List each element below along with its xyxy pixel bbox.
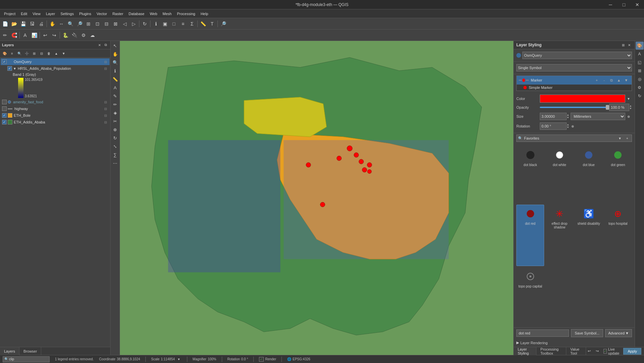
opacity-slider[interactable] bbox=[540, 107, 609, 108]
open-layer-styling-panel[interactable]: 🎨 bbox=[1, 50, 8, 57]
tool-select-features[interactable]: ↖ bbox=[111, 42, 119, 50]
tool-merge[interactable]: ⊕ bbox=[111, 125, 119, 134]
layer-checkbox-eth-bole[interactable]: ✓ bbox=[2, 113, 7, 118]
current-symbol-name[interactable] bbox=[516, 329, 569, 337]
remove-layer[interactable]: 🗑 bbox=[46, 50, 52, 57]
close-panel-button[interactable]: ✕ bbox=[627, 42, 632, 48]
select-button[interactable]: ▣ bbox=[160, 19, 169, 28]
move-layer-down[interactable]: ▼ bbox=[60, 50, 67, 57]
menu-help[interactable]: Help bbox=[198, 11, 211, 16]
symbol-cell-dot-black[interactable]: dot black bbox=[516, 146, 544, 203]
python-console-button[interactable]: 🐍 bbox=[61, 31, 70, 40]
zoom-area-button[interactable]: 🔎 bbox=[219, 19, 228, 28]
diagram-button[interactable]: 📊 bbox=[30, 31, 39, 40]
snapping-button[interactable]: 🧲 bbox=[10, 31, 18, 40]
advanced-button[interactable]: Advanced ▼ bbox=[605, 329, 632, 337]
dock-button[interactable]: ⊞ bbox=[621, 42, 626, 48]
symbol-search-input[interactable] bbox=[524, 136, 616, 140]
zoom-layer-button[interactable]: ⊡ bbox=[93, 19, 102, 28]
menu-vector[interactable]: Vector bbox=[94, 11, 110, 16]
symbol-cell-topo-hospital[interactable]: ⊕ topo hospital bbox=[604, 205, 632, 266]
layer-checkbox-fastfood[interactable] bbox=[2, 100, 7, 104]
new-project-button[interactable]: 📄 bbox=[1, 19, 9, 28]
rtab-mask[interactable]: ◎ bbox=[636, 75, 644, 83]
layers-tab[interactable]: Layers bbox=[0, 347, 19, 355]
open-attribute-table-button[interactable]: ≡ bbox=[179, 19, 187, 28]
tool-identify[interactable]: ℹ bbox=[111, 67, 119, 75]
tool-field-calc[interactable]: ∑ bbox=[111, 151, 119, 159]
zoom-full-button[interactable]: ⊞ bbox=[84, 19, 93, 28]
maximize-button[interactable]: □ bbox=[617, 0, 631, 9]
layer-expand-hrsl[interactable]: ▼ bbox=[13, 67, 16, 70]
zoom-selection-button[interactable]: ⊟ bbox=[102, 19, 111, 28]
layer-item-fastfood[interactable]: amenity_fast_food ⊟ bbox=[1, 99, 110, 105]
move-symbol-down[interactable]: ▼ bbox=[623, 77, 630, 84]
pan-map-arrow-button[interactable]: ↔ bbox=[57, 19, 66, 28]
text-annotation-button[interactable]: T bbox=[208, 19, 216, 28]
tool-pan[interactable]: ✋ bbox=[111, 50, 119, 58]
tool-split[interactable]: ✂ bbox=[111, 117, 119, 125]
menu-database[interactable]: Database bbox=[126, 11, 147, 16]
symbol-cell-dot-white[interactable]: dot white bbox=[545, 146, 573, 203]
save-project-button[interactable]: 💾 bbox=[19, 19, 27, 28]
color-dropdown[interactable]: ▼ bbox=[625, 95, 632, 103]
render-checkbox-icon[interactable]: ✓ bbox=[259, 357, 264, 362]
layer-item-eth-addis[interactable]: ✓ ETH_Addis_Ababa ⊟ bbox=[1, 119, 110, 125]
symbol-cell-shield-disability[interactable]: ♿ shield disability bbox=[575, 205, 603, 266]
layer-rendering-header[interactable]: ▶ Layer Rendering bbox=[516, 341, 632, 345]
measure-button[interactable]: 📏 bbox=[199, 19, 207, 28]
rotation-value[interactable] bbox=[540, 122, 567, 130]
menu-mesh[interactable]: Mesh bbox=[160, 11, 174, 16]
identify-button[interactable]: ℹ bbox=[151, 19, 160, 28]
redo-styling[interactable]: ↪ bbox=[594, 348, 601, 355]
filter-layers[interactable]: 🔍 bbox=[16, 50, 23, 57]
remove-symbol-layer[interactable]: - bbox=[601, 77, 607, 84]
browser-tab[interactable]: Browser bbox=[19, 347, 41, 355]
open-layer-properties[interactable]: ≡ bbox=[9, 50, 15, 57]
statusbar-search-input[interactable] bbox=[9, 357, 48, 361]
rtab-diagram[interactable]: ⊞ bbox=[636, 67, 644, 75]
menu-plugins[interactable]: Plugins bbox=[76, 11, 94, 16]
tab-layer-styling[interactable]: Layer Styling bbox=[514, 347, 536, 355]
zoom-in-button[interactable]: 🔍 bbox=[66, 19, 75, 28]
size-down[interactable]: ▼ bbox=[567, 116, 569, 119]
tool-more[interactable]: ⋯ bbox=[111, 159, 119, 167]
layer-options-fastfood[interactable]: ⊟ bbox=[103, 99, 108, 105]
menu-raster[interactable]: Raster bbox=[110, 11, 126, 16]
layer-checkbox-osmquery[interactable]: ✓ bbox=[2, 59, 7, 64]
style-type-select[interactable]: Single Symbol bbox=[516, 64, 632, 71]
layer-options-hrsl[interactable]: ⊟ bbox=[103, 66, 108, 71]
menu-processing[interactable]: Processing bbox=[174, 11, 198, 16]
size-value[interactable] bbox=[540, 113, 567, 120]
layer-item-osmquery[interactable]: ✓ OsmQuery ⊟ bbox=[1, 58, 110, 65]
symbol-search-bar[interactable]: 🔍 ▼ + bbox=[516, 135, 632, 142]
symbol-tree-marker-row[interactable]: Marker + - ⧉ ▲ ▼ bbox=[517, 76, 632, 85]
refresh-button[interactable]: ↻ bbox=[140, 19, 149, 28]
opacity-value[interactable] bbox=[609, 104, 629, 111]
label-button[interactable]: A bbox=[21, 31, 29, 40]
plugins-button[interactable]: 🔌 bbox=[70, 31, 79, 40]
size-data-defined[interactable]: ⊕ bbox=[625, 112, 632, 121]
collapse-all[interactable]: ⊟ bbox=[38, 50, 45, 57]
add-group[interactable]: ➕ bbox=[23, 50, 30, 57]
rotation-data-defined[interactable]: ⊕ bbox=[569, 122, 576, 131]
rtab-brush[interactable]: 🎨 bbox=[636, 42, 644, 50]
menu-view[interactable]: View bbox=[30, 11, 43, 16]
symbol-cell-dot-green[interactable]: dot green bbox=[604, 146, 632, 203]
duplicate-symbol-layer[interactable]: ⧉ bbox=[608, 77, 615, 84]
layer-item-hrsl[interactable]: ✓ ▼ HRSL_Addis_Ababa_Population ⊟ bbox=[1, 65, 110, 72]
layer-checkbox-hrsl[interactable]: ✓ bbox=[7, 66, 12, 71]
crs-display[interactable]: 🌐 EPSG:4326 bbox=[287, 357, 310, 361]
move-symbol-up[interactable]: ▲ bbox=[616, 77, 622, 84]
layer-select[interactable]: OsmQuery bbox=[522, 52, 632, 59]
layers-panel-close[interactable]: ✕ bbox=[97, 42, 102, 48]
tool-rotate[interactable]: ↻ bbox=[111, 134, 119, 142]
layer-options-osmquery[interactable]: ⊟ bbox=[103, 59, 108, 64]
pan-map-button[interactable]: ✋ bbox=[48, 19, 57, 28]
symbol-cell-topo-pop-capital[interactable]: topo pop capital bbox=[516, 267, 544, 325]
layer-checkbox-highway[interactable] bbox=[2, 106, 7, 111]
rotation-down[interactable]: ▼ bbox=[567, 126, 569, 129]
processing-button[interactable]: ⚙ bbox=[79, 31, 88, 40]
save-as-button[interactable]: 🖫 bbox=[28, 19, 37, 28]
statistics-button[interactable]: Σ bbox=[188, 19, 196, 28]
